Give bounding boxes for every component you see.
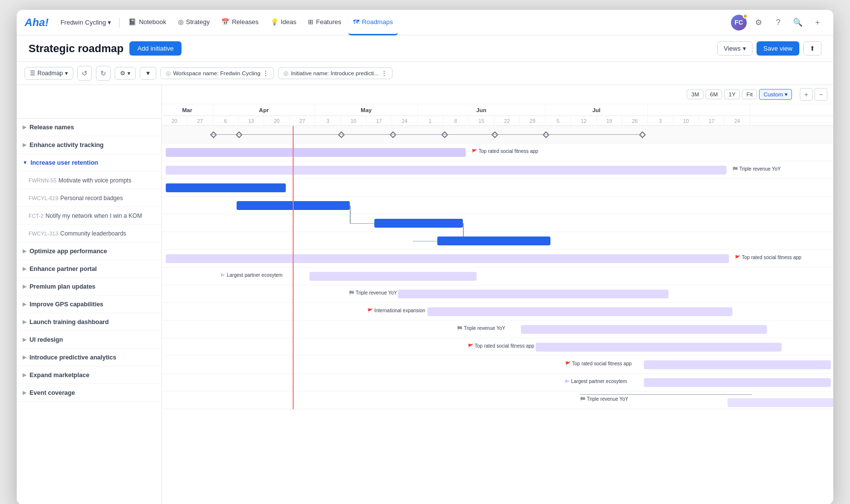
week-27b: 27 (290, 116, 315, 125)
milestone-top-rated-2: 🚩 Top rated social fitness app (735, 255, 801, 260)
redo-button[interactable]: ↻ (96, 66, 111, 81)
undo-button[interactable]: ↺ (77, 66, 92, 81)
row-launch-training[interactable]: ▶ Launch training dashboard (17, 313, 161, 331)
bar-launch-training (521, 325, 767, 334)
row-intro-predictive[interactable]: ▶ Introduce predictive analytics (17, 349, 161, 366)
gantt-row-fwcyl313 (162, 232, 833, 250)
roadmap-selector[interactable]: ☰ Roadmap ▾ (25, 67, 73, 80)
zoom-in-button[interactable]: + (800, 88, 813, 101)
gantt-row-fct2 (162, 214, 833, 232)
week-15: 15 (469, 116, 494, 125)
row-expand-marketplace[interactable]: ▶ Expand marketplace (17, 366, 161, 384)
nav-notebook[interactable]: 📓 Notebook (123, 10, 171, 35)
releases-icon: 📅 (221, 18, 229, 26)
row-enhance-partner[interactable]: ▶ Enhance partner portal (17, 260, 161, 278)
gantt-row-ui-redesign: 🚩 Top rated social fitness app (162, 338, 833, 356)
row-improve-gps-label: Improve GPS capabilities (30, 301, 103, 308)
top-rated-label-4: Top rated social fitness app (572, 361, 632, 366)
row-enhance-partner-label: Enhance partner portal (30, 266, 97, 272)
expand-icon-8: ▶ (23, 337, 27, 342)
week-20: 20 (162, 116, 187, 125)
roadmaps-icon: 🗺 (353, 18, 360, 26)
add-icon[interactable]: + (810, 15, 825, 30)
settings-button[interactable]: ⚙ ▾ (115, 67, 136, 80)
fct2-label: Notify my network when I win a KOM (46, 212, 142, 219)
top-rated-label-2: Top rated social fitness app (742, 255, 801, 260)
row-launch-training-label: Launch training dashboard (30, 319, 109, 326)
initiative-filter-label: Initiative name: Introduce predicti... (291, 70, 378, 76)
bar-enhance-activity (166, 148, 466, 157)
week-1: 1 (418, 116, 443, 125)
bar-intro-predictive (644, 360, 831, 369)
roadmap-label: Roadmap (37, 70, 63, 77)
expand-icon-3: ▶ (23, 248, 27, 254)
nav-strategy[interactable]: ◎ Strategy (173, 10, 214, 35)
time-6m-button[interactable]: 6M (705, 89, 722, 99)
gantt-row-launch-training: 🏁 Triple revenue YoY (162, 321, 833, 338)
time-custom-button[interactable]: Custom ▾ (759, 89, 792, 100)
nav-features[interactable]: ⊞ Features (303, 10, 346, 35)
row-fwrnn-55[interactable]: FWRNN-55 Motivate with voice prompts (17, 172, 161, 189)
avatar[interactable]: FC (731, 15, 747, 30)
toolbar: ☰ Roadmap ▾ ↺ ↻ ⚙ ▾ ▼ ◎ Workspace name: … (17, 62, 833, 85)
app-logo[interactable]: Aha! (25, 16, 49, 29)
row-optimize-app[interactable]: ▶ Optimize app performance (17, 242, 161, 260)
export-icon: ⬆ (810, 45, 815, 52)
export-button[interactable]: ⬆ (803, 41, 821, 56)
gantt-rows: 🚩 Top rated social fitness app 🏁 Triple … (162, 126, 833, 409)
gantt-row-enhance-partner: 🏳 Largest partner ecosytem (162, 267, 833, 285)
milestone-5 (441, 131, 448, 138)
row-fwcyl-313[interactable]: FWCYL-313 Community leaderboards (17, 225, 161, 242)
milestone-triple-yoy-4: 🏁 Triple revenue YoY (580, 396, 628, 402)
expand-icon-6: ▶ (23, 301, 27, 307)
add-initiative-button[interactable]: Add initiative (129, 41, 182, 56)
row-increase-retention[interactable]: ▼ Increase user retention (17, 154, 161, 172)
row-fct-2[interactable]: FCT-2 Notify my network when I win a KOM (17, 207, 161, 225)
bar-event-coverage (728, 398, 833, 407)
largest-partner-label-2: Largest partner ecosytem (571, 379, 627, 384)
week-19: 19 (597, 116, 622, 125)
help-icon[interactable]: ? (770, 15, 786, 30)
week-26: 26 (622, 116, 648, 125)
bar-increase-retention (166, 166, 727, 175)
workspace-selector[interactable]: Fredwin Cycling ▾ (57, 17, 115, 28)
week-10b: 10 (673, 116, 699, 125)
row-improve-gps[interactable]: ▶ Improve GPS capabilities (17, 296, 161, 313)
expand-icon: ▶ (23, 124, 27, 130)
row-ui-redesign[interactable]: ▶ UI redesign (17, 331, 161, 349)
gantt-row-enhance-activity: 🚩 Top rated social fitness app (162, 144, 833, 161)
milestone-largest-partner: 🏳 Largest partner ecosytem (221, 272, 282, 278)
bar-premium-plan (398, 290, 668, 298)
row-premium-plan[interactable]: ▶ Premium plan updates (17, 278, 161, 296)
nav-ideas[interactable]: 💡 Ideas (266, 10, 302, 35)
strategy-icon: ◎ (178, 18, 183, 26)
settings-icon[interactable]: ⚙ (751, 15, 766, 30)
nav-releases-label: Releases (232, 18, 258, 26)
milestone-top-rated-3: 🚩 Top rated social fitness app (468, 343, 534, 349)
ideas-icon: 💡 (271, 18, 278, 26)
zoom-out-button[interactable]: − (815, 88, 827, 101)
gantt-row-intro-predictive: 🚩 Top rated social fitness app (162, 356, 833, 374)
row-fwcyl-619[interactable]: FWCYL-619 Personal record badges (17, 189, 161, 207)
initiative-filter-chip[interactable]: ◎ Initiative name: Introduce predicti...… (278, 67, 392, 79)
gantt-row-release-names (162, 126, 833, 144)
row-optimize-app-label: Optimize app performance (30, 248, 107, 255)
gear-icon: ⚙ (120, 70, 125, 77)
time-fit-button[interactable]: Fit (742, 89, 757, 99)
workspace-filter-chip[interactable]: ◎ Workspace name: Fredwin Cycling ⋮ (160, 67, 274, 79)
month-empty (648, 104, 750, 116)
row-enhance-activity[interactable]: ▶ Enhance activity tracking (17, 136, 161, 154)
bar-enhance-partner (309, 272, 477, 281)
triple-yoy-label-3: Triple revenue YoY (464, 326, 505, 331)
time-3m-button[interactable]: 3M (687, 89, 703, 99)
time-1y-button[interactable]: 1Y (724, 89, 740, 99)
nav-releases[interactable]: 📅 Releases (216, 10, 263, 35)
filter-button[interactable]: ▼ (140, 67, 156, 80)
expand-icon-5: ▶ (23, 284, 27, 289)
views-button[interactable]: Views ▾ (717, 41, 752, 56)
row-release-names[interactable]: ▶ Release names (17, 119, 161, 136)
row-event-coverage[interactable]: ▶ Event coverage (17, 384, 161, 402)
search-icon[interactable]: 🔍 (790, 15, 806, 30)
nav-roadmaps[interactable]: 🗺 Roadmaps (348, 10, 398, 35)
save-view-button[interactable]: Save view (757, 41, 799, 56)
